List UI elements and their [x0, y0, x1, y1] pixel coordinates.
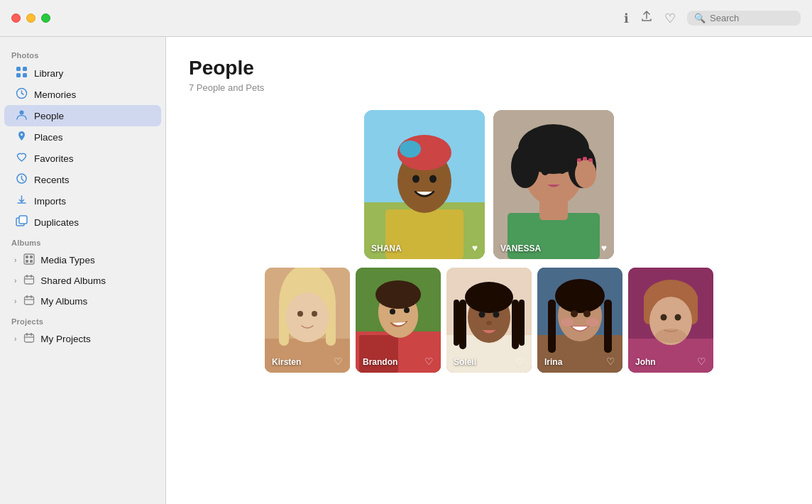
svg-point-62 — [390, 309, 395, 314]
media-types-icon — [22, 253, 36, 267]
svg-rect-68 — [512, 300, 519, 349]
my-albums-icon — [22, 295, 36, 308]
person-heart-john[interactable]: ♡ — [697, 356, 706, 367]
library-icon — [14, 66, 28, 80]
svg-rect-3 — [23, 73, 27, 77]
sidebar-group-my-projects[interactable]: › My Projects — [4, 329, 161, 349]
chevron-right-icon-2: › — [14, 277, 16, 285]
svg-point-46 — [542, 168, 549, 175]
search-bar[interactable]: 🔍 — [687, 11, 801, 26]
projects-section-label: Projects — [0, 312, 165, 329]
svg-point-53 — [286, 292, 329, 342]
sidebar-group-my-albums[interactable]: › My Albums — [4, 291, 161, 312]
people-row-bottom: Kirsten ♡ — [189, 268, 789, 373]
maximize-button[interactable] — [41, 13, 50, 23]
library-label: Library — [34, 68, 63, 79]
svg-rect-15 — [25, 276, 34, 284]
app-body: Photos Library Memories — [0, 37, 812, 504]
my-albums-label: My Albums — [40, 296, 87, 307]
imports-icon — [14, 194, 28, 208]
heart-icon[interactable]: ♡ — [664, 11, 676, 26]
sidebar-item-people[interactable]: People — [4, 105, 161, 126]
sidebar-item-imports[interactable]: Imports — [4, 190, 161, 212]
sidebar: Photos Library Memories — [0, 37, 166, 504]
svg-rect-23 — [31, 333, 32, 336]
person-card-soleil[interactable]: Soleil ♡ — [446, 268, 532, 373]
svg-point-72 — [479, 312, 485, 318]
svg-point-29 — [400, 141, 421, 158]
person-heart-soleil[interactable]: ♡ — [515, 356, 525, 367]
duplicates-label: Duplicates — [34, 217, 79, 228]
sidebar-item-library[interactable]: Library — [4, 62, 161, 84]
memories-icon — [14, 87, 28, 102]
svg-point-5 — [19, 111, 23, 115]
person-name-irina: Irina — [544, 357, 562, 367]
person-name-shana: SHANA — [371, 243, 402, 253]
svg-rect-43 — [577, 158, 581, 162]
person-heart-kirsten[interactable]: ♡ — [334, 356, 343, 367]
close-button[interactable] — [11, 13, 21, 23]
recents-label: Recents — [34, 175, 70, 185]
svg-rect-77 — [548, 300, 556, 353]
chevron-right-icon-3: › — [14, 297, 16, 305]
svg-point-61 — [375, 280, 421, 309]
svg-rect-12 — [30, 256, 33, 258]
places-label: Places — [34, 132, 63, 143]
info-icon[interactable]: ℹ — [624, 11, 629, 26]
svg-rect-0 — [16, 67, 21, 71]
svg-rect-16 — [26, 275, 28, 278]
svg-point-81 — [571, 310, 578, 317]
svg-point-83 — [561, 318, 574, 327]
svg-rect-22 — [26, 333, 28, 336]
svg-rect-17 — [31, 275, 32, 278]
svg-point-37 — [511, 146, 539, 188]
svg-rect-14 — [30, 260, 33, 263]
search-magnify-icon: 🔍 — [694, 13, 706, 23]
svg-point-30 — [412, 175, 419, 183]
my-projects-icon — [22, 332, 36, 346]
people-row-top: SHANA ♥ — [189, 110, 789, 259]
svg-point-93 — [655, 329, 686, 343]
person-card-john[interactable]: John ♡ — [628, 268, 713, 373]
sidebar-item-recents[interactable]: Recents — [4, 169, 161, 190]
sidebar-item-favorites[interactable]: Favorites — [4, 148, 161, 169]
person-card-vanessa[interactable]: VANESSA ♥ — [493, 110, 614, 259]
svg-rect-20 — [31, 295, 32, 298]
sidebar-item-places[interactable]: Places — [4, 126, 161, 148]
person-card-shana[interactable]: SHANA ♥ — [364, 110, 485, 259]
duplicates-icon — [14, 215, 28, 229]
sidebar-item-memories[interactable]: Memories — [4, 84, 161, 105]
search-input[interactable] — [710, 13, 795, 23]
person-card-brandon[interactable]: Brandon ♡ — [356, 268, 441, 373]
svg-rect-44 — [583, 157, 587, 160]
svg-rect-2 — [16, 73, 21, 77]
svg-point-92 — [675, 314, 681, 321]
person-heart-vanessa[interactable]: ♥ — [601, 242, 607, 253]
person-heart-shana[interactable]: ♥ — [472, 242, 478, 253]
sidebar-group-media-types[interactable]: › Media Types — [4, 250, 161, 270]
person-heart-irina[interactable]: ♡ — [606, 356, 615, 367]
svg-point-31 — [429, 175, 437, 183]
people-icon — [14, 109, 28, 123]
svg-rect-9 — [19, 216, 27, 224]
person-name-kirsten: Kirsten — [272, 357, 301, 367]
svg-rect-18 — [25, 297, 34, 305]
person-card-irina[interactable]: Irina ♡ — [537, 268, 622, 373]
svg-rect-11 — [26, 256, 28, 258]
person-card-kirsten[interactable]: Kirsten ♡ — [265, 268, 350, 373]
person-name-john: John — [635, 357, 656, 367]
sidebar-group-shared-albums[interactable]: › Shared Albums — [4, 270, 161, 291]
minimize-button[interactable] — [26, 13, 35, 23]
recents-icon — [14, 172, 28, 187]
svg-point-74 — [486, 321, 492, 325]
page-title: People — [189, 57, 789, 80]
sidebar-item-duplicates[interactable]: Duplicates — [4, 212, 161, 233]
my-projects-label: My Projects — [40, 334, 91, 344]
svg-point-71 — [465, 282, 513, 313]
share-icon[interactable] — [640, 10, 653, 26]
person-heart-brandon[interactable]: ♡ — [424, 356, 434, 367]
svg-point-54 — [297, 311, 303, 317]
memories-label: Memories — [34, 89, 76, 100]
svg-rect-78 — [604, 300, 612, 353]
person-name-soleil: Soleil — [454, 357, 476, 367]
